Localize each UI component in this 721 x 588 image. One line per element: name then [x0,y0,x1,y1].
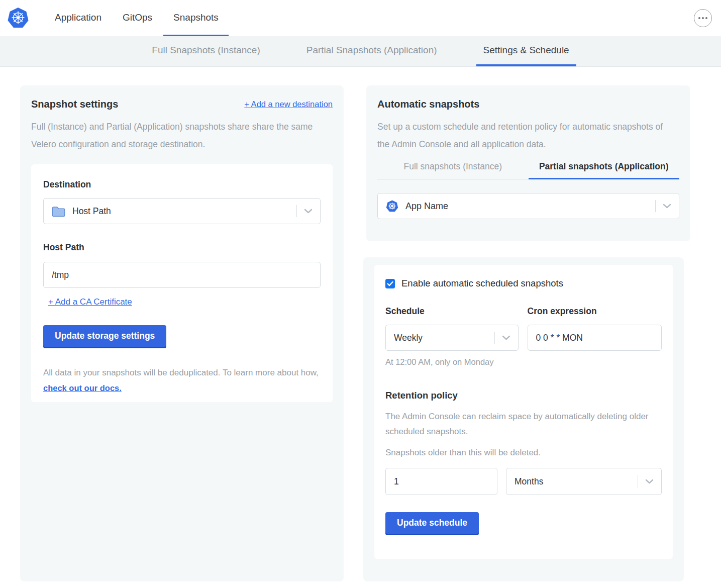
enable-snapshots-checkbox[interactable] [385,279,395,288]
automatic-snapshots-title: Automatic snapshots [377,99,679,110]
host-path-input[interactable] [43,262,321,288]
more-menu-button[interactable] [694,9,712,27]
app-select-value: App Name [405,201,448,212]
tab-gitops[interactable]: GitOps [113,0,162,36]
schedule-card: Enable automatic scheduled snapshots Sch… [363,257,684,581]
checkmark-icon [387,281,393,286]
retention-policy-title: Retention policy [385,390,662,401]
storage-settings-panel: Destination Host Path Host Path + Add a … [31,164,333,402]
retention-amount-input[interactable] [385,468,497,495]
automatic-snapshots-description: Set up a custom schedule and retention p… [377,118,671,153]
host-path-label: Host Path [43,242,321,253]
docs-link[interactable]: check out our docs. [43,383,122,393]
retention-unit-select[interactable]: Months [506,468,662,495]
cron-expression-input[interactable] [528,325,662,351]
destination-select[interactable]: Host Path [43,198,321,224]
schedule-label: Schedule [385,306,425,316]
automatic-snapshots-card: Automatic snapshots Set up a custom sche… [366,85,690,241]
enable-snapshots-label: Enable automatic scheduled snapshots [401,278,563,289]
chevron-down-icon [502,335,510,341]
update-storage-settings-button[interactable]: Update storage settings [43,325,166,347]
add-ca-certificate-link[interactable]: + Add a CA Certificate [48,297,132,307]
retention-unit-value: Months [514,476,543,487]
chevron-down-icon [304,209,313,214]
subnav-settings-schedule[interactable]: Settings & Schedule [476,36,576,66]
cron-readable-hint: At 12:00 AM, only on Monday [385,357,662,367]
snapshot-settings-card: Snapshot settings + Add a new destinatio… [20,85,344,581]
snapshot-settings-title: Snapshot settings [31,99,118,110]
chevron-down-icon [663,204,671,209]
app-select[interactable]: App Name [377,193,679,219]
schedule-interval-select[interactable]: Weekly [385,325,519,351]
tab-application[interactable]: Application [45,0,112,36]
update-schedule-button[interactable]: Update schedule [385,512,479,534]
subnav-full-snapshots[interactable]: Full Snapshots (Instance) [145,36,267,66]
tab-partial-snapshots-application[interactable]: Partial snapshots (Application) [529,161,680,179]
subnav-partial-snapshots[interactable]: Partial Snapshots (Application) [299,36,444,66]
kubernetes-app-icon [386,200,398,213]
destination-value: Host Path [72,206,111,217]
destination-label: Destination [43,179,321,190]
cron-expression-label: Cron expression [528,306,597,316]
ellipsis-icon [698,17,700,19]
snapshot-scope-tabs: Full snapshots (Instance) Partial snapsh… [377,161,679,179]
schedule-panel: Enable automatic scheduled snapshots Sch… [374,265,673,559]
top-header: Application GitOps Snapshots [0,0,721,36]
top-navigation: Application GitOps Snapshots [44,0,229,36]
add-new-destination-link[interactable]: + Add a new destination [244,100,333,109]
schedule-interval-value: Weekly [394,333,423,343]
retention-policy-description: The Admin Console can reclaim space by a… [385,409,652,439]
snapshots-subnav: Full Snapshots (Instance) Partial Snapsh… [0,36,721,67]
tab-snapshots[interactable]: Snapshots [163,0,229,36]
snapshot-settings-description: Full (Instance) and Partial (Application… [31,118,333,153]
chevron-down-icon [645,479,654,484]
folder-icon [52,206,65,217]
dedup-footnote: All data in your snapshots will be dedup… [43,365,321,396]
kubernetes-logo-icon [7,7,29,29]
tab-full-snapshots-instance[interactable]: Full snapshots (Instance) [377,161,529,179]
retention-hint: Snapshots older than this will be delete… [385,448,662,458]
